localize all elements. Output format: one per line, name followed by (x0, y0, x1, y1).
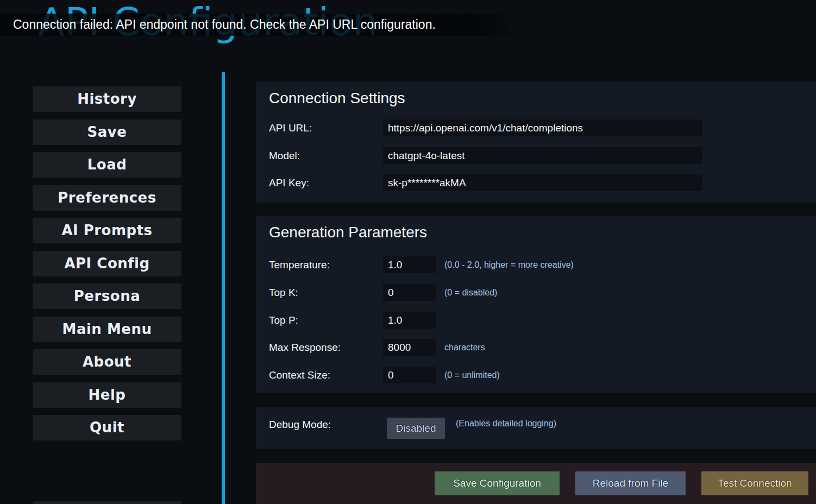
context-size-hint: (0 = unlimited) (444, 367, 500, 383)
api-url-label: API URL: (269, 119, 312, 136)
action-bar: Save Configuration Reload from File Test… (256, 463, 816, 504)
sidebar-item-main-menu[interactable]: Main Menu (33, 317, 181, 342)
test-connection-button[interactable]: Test Connection (701, 471, 808, 495)
max-response-input[interactable] (383, 339, 436, 356)
reload-from-file-button[interactable]: Reload from File (575, 471, 686, 495)
debug-mode-toggle[interactable]: Disabled (387, 418, 445, 439)
sidebar-item-save[interactable]: Save (33, 119, 181, 145)
debug-mode-label: Debug Mode: (269, 416, 331, 433)
save-configuration-button[interactable]: Save Configuration (435, 471, 560, 495)
top-p-label: Top P: (269, 312, 298, 329)
connection-settings-panel: Connection Settings API URL: Model: API … (256, 81, 816, 203)
max-response-label: Max Response: (269, 339, 341, 356)
context-size-label: Context Size: (269, 367, 330, 383)
sidebar-item-partial[interactable] (33, 501, 181, 504)
top-k-hint: (0 = disabled) (444, 284, 497, 301)
top-k-input[interactable] (383, 284, 436, 301)
generation-parameters-panel: Generation Parameters Temperature: (0.0 … (256, 216, 816, 393)
temperature-label: Temperature: (269, 256, 330, 273)
temperature-hint: (0.0 - 2.0, higher = more creative) (444, 256, 574, 273)
sidebar-item-quit[interactable]: Quit (33, 415, 181, 440)
model-input[interactable] (383, 147, 702, 164)
max-response-hint: characters (444, 339, 485, 356)
model-label: Model: (269, 147, 300, 164)
sidebar-item-preferences[interactable]: Preferences (33, 185, 181, 211)
debug-mode-panel: Debug Mode: Disabled (Enables detailed l… (256, 407, 816, 449)
sidebar-item-help[interactable]: Help (33, 382, 181, 408)
sidebar-item-load[interactable]: Load (33, 152, 181, 178)
api-key-label: API Key: (269, 174, 309, 191)
sidebar-item-about[interactable]: About (33, 349, 181, 375)
sidebar-item-ai-prompts[interactable]: AI Prompts (33, 218, 181, 243)
temperature-input[interactable] (383, 256, 436, 273)
debug-mode-hint: (Enables detailed logging) (456, 415, 556, 432)
sidebar-item-history[interactable]: History (33, 86, 181, 112)
api-key-input[interactable] (383, 174, 702, 191)
sidebar-item-persona[interactable]: Persona (33, 284, 181, 309)
generation-parameters-title: Generation Parameters (269, 223, 427, 242)
error-toast: Connection failed: API endpoint not foun… (0, 14, 520, 36)
context-size-input[interactable] (383, 367, 436, 383)
connection-settings-title: Connection Settings (269, 89, 405, 108)
top-k-label: Top K: (269, 284, 298, 301)
top-p-input[interactable] (383, 312, 436, 329)
accent-divider (222, 72, 225, 504)
sidebar-item-api-config[interactable]: API Config (33, 251, 181, 276)
api-url-input[interactable] (383, 119, 702, 136)
